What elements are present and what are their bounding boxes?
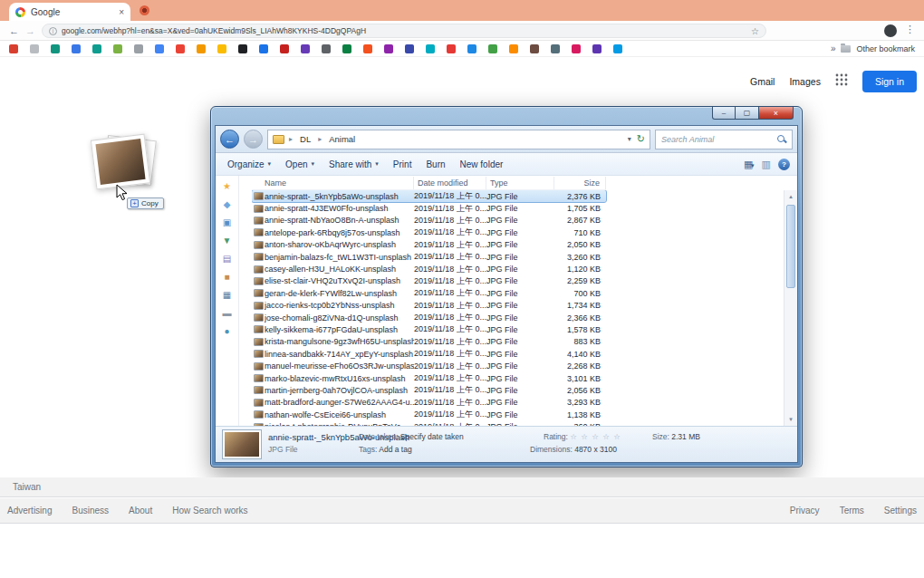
desktop-icon[interactable]: ▣ (223, 217, 231, 227)
pictures-icon[interactable]: ■ (224, 272, 229, 282)
computer-icon[interactable]: ▦ (223, 290, 231, 300)
file-row[interactable]: antelope-park-6Rbqy8j57os-unsplash 2019/… (252, 226, 606, 238)
bookmark-favicon-icon[interactable] (155, 44, 164, 53)
toolbar-button[interactable]: Open ▾ (279, 157, 321, 172)
file-row[interactable]: geran-de-klerk-FYWlf82Lw-unsplash 2019/1… (252, 287, 606, 299)
bookmark-favicon-icon[interactable] (426, 44, 435, 53)
images-link[interactable]: Images (789, 76, 820, 87)
bookmark-favicon-icon[interactable] (134, 44, 143, 53)
bookmark-favicon-icon[interactable] (488, 44, 497, 53)
network-icon[interactable]: ● (224, 326, 229, 336)
page-info-icon[interactable]: i (49, 27, 57, 35)
file-row[interactable]: linnea-sandbakk-714AY_xpEyY-unsplash 201… (252, 348, 606, 360)
preview-pane-icon[interactable]: ▥ (762, 159, 771, 170)
file-row[interactable]: annie-spratt-_5knYpb5aWo-unsplash 2019/1… (252, 190, 606, 202)
bookmark-favicon-icon[interactable] (259, 44, 268, 53)
help-icon[interactable]: ? (778, 159, 790, 170)
file-row[interactable]: kelly-sikkema-i677pFGdaU-unsplash 2019/1… (252, 323, 606, 335)
drag-ghost-thumbnail[interactable] (91, 134, 150, 190)
file-row[interactable]: nathan-wolfe-CsEicei66-unsplash 2019/11/… (252, 409, 606, 420)
bookmark-favicon-icon[interactable] (322, 44, 331, 53)
file-row[interactable]: marko-blazevic-mwRtxU16xs-unsplash 2019/… (252, 372, 606, 384)
address-dropdown-icon[interactable]: ▾ (628, 135, 631, 143)
file-row[interactable]: benjamin-balazs-fc_tWL1W3TI-unsplash 201… (252, 251, 606, 263)
search-icon[interactable] (777, 135, 786, 144)
file-row[interactable]: casey-allen-H3U_HALoKK-unsplash 2019/11/… (252, 263, 606, 275)
tab-google[interactable]: Google × (9, 3, 130, 21)
bookmark-favicon-icon[interactable] (592, 44, 602, 53)
bookmark-favicon-icon[interactable] (447, 44, 456, 53)
tab-close-icon[interactable]: × (119, 7, 124, 17)
vertical-scrollbar[interactable]: ▴ ▾ (784, 190, 797, 426)
bookmark-favicon-icon[interactable] (572, 44, 581, 53)
breadcrumb-current[interactable]: Animal (326, 133, 358, 145)
bookmark-favicon-icon[interactable] (176, 44, 185, 53)
bookmark-favicon-icon[interactable] (551, 44, 560, 53)
other-bookmarks[interactable]: » Other bookmark (831, 43, 915, 53)
close-icon[interactable]: × (759, 107, 794, 120)
date-taken-value[interactable]: Specify date taken (400, 432, 464, 441)
bookmark-favicon-icon[interactable] (384, 44, 393, 53)
downloads-icon[interactable]: ▼ (223, 236, 232, 246)
file-row[interactable]: jacco-rienks-tcp0b2YbNss-unsplash 2019/1… (252, 300, 606, 312)
bookmark-favicon-icon[interactable] (217, 44, 226, 53)
tags-value[interactable]: Add a tag (379, 445, 411, 454)
maximize-icon[interactable]: ▢ (736, 107, 759, 120)
column-header-type[interactable]: Type (486, 177, 554, 189)
bookmark-favicon-icon[interactable] (530, 44, 539, 53)
favorites-icon[interactable]: ★ (223, 181, 231, 191)
bookmark-favicon-icon[interactable] (9, 44, 18, 53)
file-row[interactable]: krista-mangulsone-9gz3wfH65U-unsplash 20… (252, 336, 606, 348)
explorer-window[interactable]: – ▢ × ← → ▸ DL ▸ Animal ▾ ↻ (210, 106, 803, 467)
file-row[interactable]: anton-sharov-oKbAqrWyrc-unsplash 2019/11… (252, 239, 606, 251)
bookmark-favicon-icon[interactable] (467, 44, 476, 53)
file-row[interactable]: martin-jernberg-0ah7OvjlCOA-unsplash 201… (252, 384, 606, 396)
libraries-icon[interactable]: ▤ (223, 254, 231, 264)
refresh-icon[interactable]: ↻ (637, 133, 645, 145)
footer-link[interactable]: Business (72, 506, 109, 515)
file-row[interactable]: jose-chomali-g8ZiVNa-d1Q-unsplash 2019/1… (252, 312, 606, 323)
browser-back-icon[interactable]: ← (7, 24, 21, 37)
footer-link[interactable]: Advertising (7, 506, 52, 515)
bookmark-favicon-icon[interactable] (280, 44, 289, 53)
address-bar[interactable]: i google.com/webhp?hl=en&sa=X&ved=0ahUKE… (42, 24, 766, 38)
bookmark-favicon-icon[interactable] (92, 44, 101, 53)
file-row[interactable]: annie-spratt-NbYaoO8Bn-A-unsplash 2019/1… (252, 215, 606, 226)
file-row[interactable]: elise-st-clair-VHQ2uTXvQ2I-unsplash 2019… (252, 275, 606, 287)
bookmark-favicon-icon[interactable] (113, 44, 122, 53)
bookmark-favicon-icon[interactable] (613, 44, 622, 53)
bookmark-favicon-icon[interactable] (238, 44, 247, 53)
bookmark-favicon-icon[interactable] (301, 44, 310, 53)
bookmark-favicon-icon[interactable] (363, 44, 372, 53)
column-header-date-modified[interactable]: Date modified (414, 177, 486, 189)
file-row[interactable]: matt-bradford-aunger-S7We62AAAG4-u... 20… (252, 397, 606, 409)
bookmark-favicon-icon[interactable] (197, 44, 206, 53)
toolbar-button[interactable]: Share with ▾ (322, 157, 385, 172)
bookmarks-overflow-icon[interactable]: » (831, 43, 836, 53)
address-breadcrumb[interactable]: ▸ DL ▸ Animal ▾ ↻ (267, 130, 650, 149)
sign-in-button[interactable]: Sign in (862, 71, 917, 92)
footer-link[interactable]: About (129, 506, 152, 515)
explorer-forward-icon[interactable]: → (244, 130, 263, 149)
toolbar-button[interactable]: Burn (419, 157, 451, 172)
gmail-link[interactable]: Gmail (750, 76, 775, 87)
bookmark-favicon-icon[interactable] (342, 44, 351, 53)
explorer-search-box[interactable]: Search Animal (655, 130, 793, 149)
browser-forward-icon[interactable]: → (24, 24, 37, 37)
footer-link[interactable]: Terms (840, 506, 864, 515)
bookmark-favicon-icon[interactable] (30, 44, 39, 53)
file-row[interactable]: annie-spratt-4J3EW0Ffo-unsplash 2019/11/… (252, 202, 606, 214)
bookmark-star-icon[interactable]: ☆ (751, 26, 759, 36)
local-disk-icon[interactable]: ▬ (223, 308, 232, 318)
footer-link[interactable]: How Search works (172, 506, 247, 515)
minimize-icon[interactable]: – (712, 107, 736, 120)
toolbar-button[interactable]: New folder (454, 157, 510, 172)
profile-avatar[interactable] (884, 24, 897, 37)
bookmark-favicon-icon[interactable] (509, 44, 518, 53)
scroll-down-icon[interactable]: ▾ (784, 413, 797, 426)
change-view-control[interactable]: ▦ ▾ (744, 159, 755, 170)
breadcrumb-root[interactable]: DL (297, 133, 313, 145)
bookmark-favicon-icon[interactable] (405, 44, 414, 53)
browser-menu-icon[interactable]: ⋮ (905, 24, 915, 35)
column-header-name[interactable]: Name (252, 177, 414, 189)
